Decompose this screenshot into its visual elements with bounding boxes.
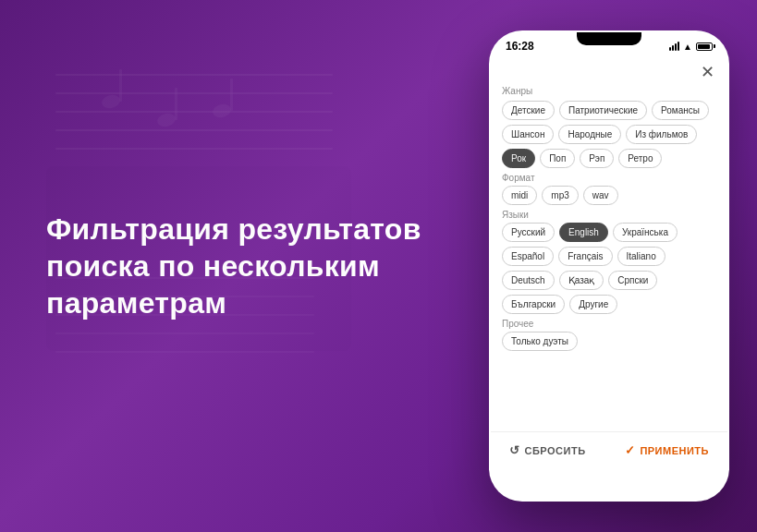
tag-italiano[interactable]: Italiano xyxy=(617,247,665,266)
svg-rect-4 xyxy=(55,148,333,150)
svg-point-7 xyxy=(156,112,177,129)
svg-point-5 xyxy=(101,93,122,111)
svg-rect-8 xyxy=(175,88,177,120)
apply-icon: ✓ xyxy=(625,443,636,457)
format-tags: midi mp3 wav xyxy=(502,186,716,205)
svg-rect-2 xyxy=(55,111,333,113)
genres-label: Жанры xyxy=(502,86,716,96)
format-label: Формат xyxy=(502,173,716,183)
tag-francais[interactable]: Français xyxy=(558,247,612,266)
other-tags: Только дуэты xyxy=(502,332,716,351)
signal-icon xyxy=(669,42,679,51)
tag-rok[interactable]: Рок xyxy=(502,149,535,168)
svg-rect-3 xyxy=(55,129,333,131)
tag-ukrainian[interactable]: Українська xyxy=(613,223,678,242)
svg-rect-0 xyxy=(55,74,333,76)
tag-wav[interactable]: wav xyxy=(583,186,618,205)
languages-label: Языки xyxy=(502,210,716,220)
battery-icon xyxy=(696,42,713,51)
tag-kazak[interactable]: Қазақ xyxy=(559,271,604,290)
left-section: Фильтрация результатов поиска по несколь… xyxy=(0,174,480,358)
reset-button[interactable]: ↺ СБРОСИТЬ xyxy=(509,443,586,457)
page-title: Фильтрация результатов поиска по несколь… xyxy=(46,211,452,321)
genres-tags: Детские Патриотические Романсы Шансон На… xyxy=(502,101,716,168)
tag-shanson[interactable]: Шансон xyxy=(502,125,554,144)
tag-mp3[interactable]: mp3 xyxy=(542,186,578,205)
tag-retro[interactable]: Ретро xyxy=(618,149,662,168)
svg-rect-10 xyxy=(230,79,233,111)
phone-mockup: 16:28 ▲ ✕ Жанры Детские Патриоти xyxy=(489,30,729,502)
tag-bulgarski[interactable]: Български xyxy=(502,295,565,314)
status-time: 16:28 xyxy=(506,40,534,53)
tag-russian[interactable]: Русский xyxy=(502,223,555,242)
tag-drugie[interactable]: Другие xyxy=(569,295,617,314)
apply-label: ПРИМЕНИТЬ xyxy=(640,445,709,456)
tag-narodnye[interactable]: Народные xyxy=(558,125,621,144)
apply-button[interactable]: ✓ ПРИМЕНИТЬ xyxy=(625,443,709,457)
tag-midi[interactable]: midi xyxy=(502,186,537,205)
filter-scroll: Жанры Детские Патриотические Романсы Шан… xyxy=(491,84,727,431)
svg-rect-6 xyxy=(119,69,122,102)
phone-notch xyxy=(577,32,641,45)
phone-wrapper: 16:28 ▲ ✕ Жанры Детские Патриоти xyxy=(480,12,757,520)
tag-english[interactable]: English xyxy=(559,223,608,242)
wifi-icon: ▲ xyxy=(683,42,692,52)
reset-icon: ↺ xyxy=(509,443,520,457)
tag-romansy[interactable]: Романсы xyxy=(652,101,709,120)
phone-bottom-bar: ↺ СБРОСИТЬ ✓ ПРИМЕНИТЬ xyxy=(491,431,727,468)
tag-rep[interactable]: Рэп xyxy=(580,149,614,168)
close-button[interactable]: ✕ xyxy=(701,64,714,80)
tag-detskie[interactable]: Детские xyxy=(502,101,555,120)
tag-patrioticheskie[interactable]: Патриотические xyxy=(559,101,647,120)
languages-tags: Русский English Українська Español Franç… xyxy=(502,223,716,314)
phone-content: ✕ Жанры Детские Патриотические Романсы Ш… xyxy=(491,56,727,468)
status-icons: ▲ xyxy=(669,42,713,52)
close-row: ✕ xyxy=(491,60,727,84)
tag-espanol[interactable]: Español xyxy=(502,247,554,266)
svg-rect-1 xyxy=(55,92,333,94)
tag-pop[interactable]: Поп xyxy=(540,149,575,168)
other-label: Прочее xyxy=(502,319,716,329)
svg-point-9 xyxy=(212,103,233,120)
tag-iz-filmov[interactable]: Из фильмов xyxy=(626,125,697,144)
reset-label: СБРОСИТЬ xyxy=(525,445,586,456)
tag-srpski[interactable]: Српски xyxy=(608,271,657,290)
tag-duety[interactable]: Только дуэты xyxy=(502,332,578,351)
tag-deutsch[interactable]: Deutsch xyxy=(502,271,555,290)
